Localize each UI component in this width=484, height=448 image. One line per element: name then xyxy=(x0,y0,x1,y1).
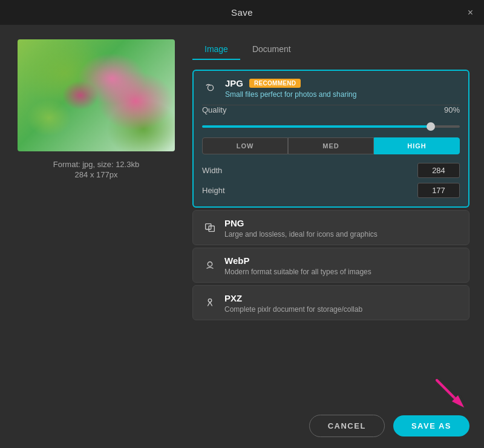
height-row: Height xyxy=(202,183,460,198)
dialog-header: Save × xyxy=(0,0,484,25)
close-button[interactable]: × xyxy=(468,8,473,18)
quality-section: Quality 90% LOW MED HIGH xyxy=(194,105,468,206)
dialog-content: Format: jpg, size: 12.3kb 284 x 177px Im… xyxy=(0,25,484,404)
quality-btn-low[interactable]: LOW xyxy=(202,137,288,154)
tab-image[interactable]: Image xyxy=(192,39,240,60)
format-card-jpg[interactable]: JPG Recommend Small files perfect for ph… xyxy=(192,70,469,208)
png-svg-icon xyxy=(203,221,217,234)
webp-format-name: WebP xyxy=(224,255,249,266)
png-format-desc: Large and lossless, ideal for icons and … xyxy=(224,230,460,239)
quality-slider[interactable] xyxy=(202,125,460,128)
pxz-svg-icon xyxy=(203,296,217,309)
svg-rect-1 xyxy=(206,224,211,229)
pxz-icon xyxy=(201,294,218,311)
pxz-format-desc: Complete pixlr document for storage/coll… xyxy=(224,305,460,314)
width-label: Width xyxy=(202,166,222,175)
width-input[interactable] xyxy=(417,163,460,178)
image-preview xyxy=(18,39,175,151)
webp-format-desc: Modern format suitable for all types of … xyxy=(224,268,460,276)
webp-icon xyxy=(201,257,218,274)
png-format-info: PNG Large and lossless, ideal for icons … xyxy=(224,218,460,239)
cancel-button[interactable]: CANCEL xyxy=(309,415,385,437)
format-header-pxz: PXZ Complete pixlr document for storage/… xyxy=(193,286,469,320)
jpg-icon xyxy=(202,79,219,96)
jpg-format-desc: Small files perfect for photos and shari… xyxy=(225,90,460,99)
quality-value: 90% xyxy=(444,105,460,114)
left-panel: Format: jpg, size: 12.3kb 284 x 177px xyxy=(15,39,178,404)
formats-list: JPG Recommend Small files perfect for ph… xyxy=(192,70,469,404)
dimensions-grid: Width Height xyxy=(202,163,460,198)
svg-rect-2 xyxy=(209,226,214,231)
jpg-format-name: JPG xyxy=(225,78,243,88)
format-header-webp: WebP Modern format suitable for all type… xyxy=(193,248,469,282)
webp-svg-icon xyxy=(203,259,217,272)
height-label: Height xyxy=(202,186,225,195)
flower-image xyxy=(18,39,175,151)
height-input[interactable] xyxy=(417,183,460,198)
dialog-title: Save xyxy=(231,7,253,18)
slider-container xyxy=(202,119,460,130)
quality-buttons: LOW MED HIGH xyxy=(202,137,460,154)
format-card-pxz[interactable]: PXZ Complete pixlr document for storage/… xyxy=(192,285,469,320)
png-icon xyxy=(201,219,218,236)
recommend-badge: Recommend xyxy=(249,79,301,88)
image-format-label: Format: jpg, size: 12.3kb xyxy=(53,160,139,169)
quality-btn-med[interactable]: MED xyxy=(288,137,374,154)
jpg-format-info: JPG Recommend Small files perfect for ph… xyxy=(225,78,460,99)
svg-point-0 xyxy=(208,85,213,90)
dialog-footer: CANCEL SAVE AS xyxy=(0,404,484,448)
format-card-webp[interactable]: WebP Modern format suitable for all type… xyxy=(192,248,469,283)
format-card-png[interactable]: PNG Large and lossless, ideal for icons … xyxy=(192,210,469,245)
arrow-svg xyxy=(431,374,467,410)
jpg-svg-icon xyxy=(204,81,217,94)
pxz-format-name: PXZ xyxy=(224,293,242,303)
jpg-name-row: JPG Recommend xyxy=(225,78,460,88)
width-row: Width xyxy=(202,163,460,178)
png-format-name: PNG xyxy=(224,218,244,228)
format-header-png: PNG Large and lossless, ideal for icons … xyxy=(193,211,469,245)
save-as-button[interactable]: SAVE AS xyxy=(393,415,469,436)
svg-point-4 xyxy=(208,299,212,303)
svg-point-3 xyxy=(208,262,212,266)
png-name-row: PNG xyxy=(224,218,460,228)
quality-btn-high[interactable]: HIGH xyxy=(374,137,460,154)
webp-name-row: WebP xyxy=(224,255,460,266)
arrow-pointer xyxy=(431,374,467,410)
right-panel: Image Document xyxy=(192,39,469,404)
pxz-name-row: PXZ xyxy=(224,293,460,303)
save-dialog: Save × Format: jpg, size: 12.3kb 284 x 1… xyxy=(0,0,484,448)
image-info: Format: jpg, size: 12.3kb 284 x 177px xyxy=(53,160,139,179)
format-header-jpg: JPG Recommend Small files perfect for ph… xyxy=(194,71,468,105)
image-dimensions-label: 284 x 177px xyxy=(53,170,139,179)
tabs: Image Document xyxy=(192,39,469,60)
webp-format-info: WebP Modern format suitable for all type… xyxy=(224,255,460,276)
quality-label: Quality xyxy=(202,105,226,114)
pxz-format-info: PXZ Complete pixlr document for storage/… xyxy=(224,293,460,314)
quality-row: Quality 90% xyxy=(202,105,460,114)
tab-document[interactable]: Document xyxy=(240,39,303,60)
